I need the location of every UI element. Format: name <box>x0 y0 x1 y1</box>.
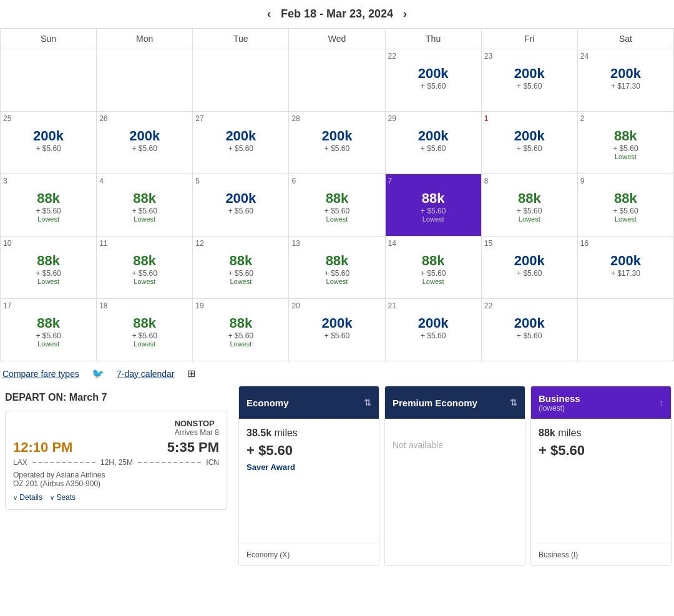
fare-column-economy[interactable]: Economy ⇅ 38.5k miles + $5.60 Saver Awar… <box>238 386 379 566</box>
calendar-cell[interactable]: 22200k+ $5.60 <box>385 49 481 112</box>
cell-miles: 200k <box>484 253 575 269</box>
calendar-cell[interactable]: 1088k+ $5.60Lowest <box>1 237 97 299</box>
cell-content: 88k+ $5.60Lowest <box>99 253 190 285</box>
cell-content: 200k+ $5.60 <box>195 190 286 215</box>
cell-date: 16 <box>580 239 671 248</box>
calendar-cell[interactable]: 488k+ $5.60Lowest <box>97 174 193 237</box>
day-header-wed: Wed <box>289 29 385 49</box>
calendar-cell[interactable]: 688k+ $5.60Lowest <box>289 174 385 237</box>
date-range: Feb 18 - Mar 23, 2024 <box>281 7 393 21</box>
cell-lowest: Lowest <box>99 340 190 348</box>
details-link[interactable]: ∨ Details <box>13 493 42 502</box>
cell-fee: + $5.60 <box>3 207 94 215</box>
cell-date: 26 <box>99 114 190 123</box>
calendar-cell <box>193 49 289 112</box>
seven-day-link[interactable]: 7-day calendar <box>117 369 175 379</box>
calendar-cell[interactable]: 1188k+ $5.60Lowest <box>97 237 193 299</box>
cell-content: 200k+ $5.60 <box>99 128 190 153</box>
calendar-cell[interactable]: 20200k+ $5.60 <box>289 299 385 361</box>
cell-date: 6 <box>291 177 382 185</box>
fare-columns: Economy ⇅ 38.5k miles + $5.60 Saver Awar… <box>233 386 672 566</box>
calendar-cell[interactable]: 26200k+ $5.60 <box>97 112 193 174</box>
calendar-cell[interactable]: 1200k+ $5.60 <box>481 112 577 174</box>
calendar-cell[interactable]: 1388k+ $5.60Lowest <box>289 237 385 299</box>
calendar-cell[interactable]: 21200k+ $5.60 <box>385 299 481 361</box>
calendar-cell[interactable]: 1288k+ $5.60Lowest <box>193 237 289 299</box>
calendar-cell[interactable]: 1488k+ $5.60Lowest <box>385 237 481 299</box>
flight-operator: Operated by Asiana Airlines <box>13 471 219 479</box>
day-header-sun: Sun <box>1 29 97 49</box>
depart-date: March 7 <box>69 392 107 403</box>
sort-icon-economy[interactable]: ⇅ <box>364 398 371 408</box>
cell-content: 88k+ $5.60Lowest <box>3 190 94 223</box>
calendar-cell[interactable]: 5200k+ $5.60 <box>193 174 289 237</box>
calendar-cell[interactable]: 25200k+ $5.60 <box>1 112 97 174</box>
fare-header-business: Business (lowest) ↑ <box>531 386 671 419</box>
flight-route: LAX 12H, 25M ICN <box>13 458 219 467</box>
cell-fee: + $5.60 <box>291 207 382 215</box>
calendar-cell[interactable]: 388k+ $5.60Lowest <box>1 174 97 237</box>
fare-title-economy: Economy <box>247 398 289 408</box>
calendar-cell[interactable]: 1988k+ $5.60Lowest <box>193 299 289 361</box>
cell-miles: 88k <box>99 315 190 331</box>
cell-date: 11 <box>99 239 190 248</box>
cell-content: 88k+ $5.60Lowest <box>99 315 190 348</box>
cell-lowest: Lowest <box>3 215 94 223</box>
seats-link[interactable]: ∨ Seats <box>50 493 76 502</box>
fare-column-business[interactable]: Business (lowest) ↑ 88k miles + $5.60 Bu… <box>530 386 672 566</box>
calendar-header: ‹ Feb 18 - Mar 23, 2024 › <box>0 0 674 28</box>
calendar-cell[interactable]: 888k+ $5.60Lowest <box>481 174 577 237</box>
calendar-cell[interactable]: 23200k+ $5.60 <box>481 49 577 112</box>
calendar-cell[interactable]: 24200k+ $17.30 <box>577 49 673 112</box>
day-header-mon: Mon <box>97 29 193 49</box>
cell-miles: 200k <box>388 128 479 144</box>
cell-fee: + $5.60 <box>388 144 479 153</box>
day-header-thu: Thu <box>385 29 481 49</box>
cell-miles: 200k <box>99 128 190 144</box>
sort-icon-business[interactable]: ↑ <box>659 398 663 408</box>
cell-content: 200k+ $5.60 <box>3 128 94 153</box>
compare-fare-link[interactable]: Compare fare types <box>2 369 79 379</box>
chevron-down-icon: ∨ <box>13 494 17 501</box>
depart-title: DEPART ON: March 7 <box>5 392 227 403</box>
cell-fee: + $17.30 <box>580 82 671 90</box>
cell-date: 28 <box>291 114 382 123</box>
day-header-tue: Tue <box>193 29 289 49</box>
calendar-cell[interactable]: 27200k+ $5.60 <box>193 112 289 174</box>
destination-code: ICN <box>206 458 219 467</box>
fare-subtitle-business: (lowest) <box>539 404 580 413</box>
cell-miles: 88k <box>580 190 671 207</box>
calendar-cell[interactable]: 1888k+ $5.60Lowest <box>97 299 193 361</box>
calendar-cell[interactable]: 28200k+ $5.60 <box>289 112 385 174</box>
flight-stops: NONSTOP <box>175 419 219 428</box>
origin-code: LAX <box>13 458 27 467</box>
cell-fee: + $5.60 <box>484 144 575 153</box>
calendar-cell[interactable]: 16200k+ $17.30 <box>577 237 673 299</box>
cell-date: 15 <box>484 239 575 248</box>
calendar-cell[interactable]: 788k+ $5.60Lowest <box>385 174 481 237</box>
calendar-cell[interactable]: 22200k+ $5.60 <box>481 299 577 361</box>
prev-arrow[interactable]: ‹ <box>257 7 281 21</box>
depart-label: DEPART ON: <box>5 392 66 403</box>
calendar-cell[interactable]: 988k+ $5.60Lowest <box>577 174 673 237</box>
flight-top: NONSTOP Arrives Mar 8 <box>13 419 219 437</box>
cell-content: 200k+ $17.30 <box>580 66 671 90</box>
depart-panel: DEPART ON: March 7 NONSTOP Arrives Mar 8… <box>2 386 233 566</box>
cell-date: 5 <box>195 177 286 185</box>
calendar-cell[interactable]: 1788k+ $5.60Lowest <box>1 299 97 361</box>
cell-content: 88k+ $5.60Lowest <box>388 190 479 223</box>
cell-date: 27 <box>195 114 286 123</box>
fare-body-business: 88k miles + $5.60 <box>531 419 671 544</box>
fare-miles-economy: 38.5k miles <box>247 428 371 439</box>
cell-content: 200k+ $5.60 <box>388 128 479 153</box>
calendar-cell[interactable]: 288k+ $5.60Lowest <box>577 112 673 174</box>
fare-column-premium_economy[interactable]: Premium Economy ⇅ Not available <box>384 386 525 566</box>
next-arrow[interactable]: › <box>393 7 417 21</box>
calendar-cell[interactable]: 29200k+ $5.60 <box>385 112 481 174</box>
cell-date: 7 <box>388 177 479 185</box>
flight-card: NONSTOP Arrives Mar 8 12:10 PM 5:35 PM L… <box>5 411 227 510</box>
cell-miles: 88k <box>99 190 190 207</box>
calendar-cell[interactable]: 15200k+ $5.60 <box>481 237 577 299</box>
cell-fee: + $5.60 <box>195 269 286 278</box>
sort-icon-premium_economy[interactable]: ⇅ <box>510 398 517 408</box>
